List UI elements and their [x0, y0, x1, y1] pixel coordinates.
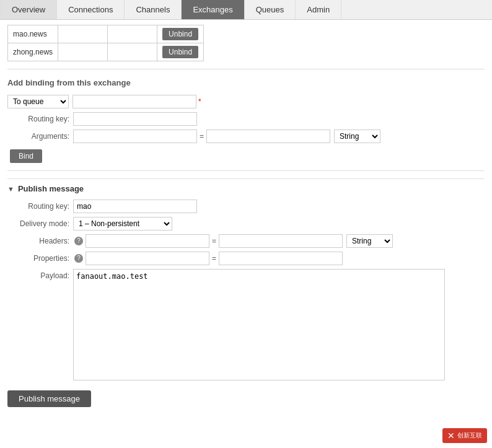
properties-row: Properties: ? = [7, 252, 485, 265]
binding-col3 [108, 25, 157, 43]
binding-queue-name: mao.news [8, 25, 58, 43]
eq-sign-1: = [200, 132, 204, 141]
table-row: zhong.newsUnbind [8, 43, 204, 61]
eq-sign-3: = [212, 254, 216, 263]
to-queue-row: To queue To exchange * [7, 95, 485, 108]
bindings-table: mao.newsUnbindzhong.newsUnbind [7, 25, 204, 61]
payload-textarea[interactable]: fanaout.mao.test [73, 269, 445, 380]
arguments-type-select[interactable]: String Number Boolean [334, 130, 380, 143]
delivery-mode-select[interactable]: 1 – Non-persistent 2 – Persistent [73, 217, 172, 231]
headers-label: Headers: [7, 237, 69, 245]
headers-help-icon[interactable]: ? [74, 237, 83, 245]
unbind-button[interactable]: Unbind [162, 46, 198, 58]
routing-key-label: Routing key: [7, 115, 69, 123]
watermark-label: 创新互联 [457, 431, 482, 440]
arguments-key-input[interactable] [73, 130, 197, 143]
divider-1 [7, 69, 485, 69]
headers-key-input[interactable] [86, 234, 209, 248]
main-content: mao.newsUnbindzhong.newsUnbind Add bindi… [0, 25, 492, 413]
headers-row: Headers: ? = String Number Boolean [7, 234, 485, 248]
binding-col2 [58, 43, 108, 61]
to-queue-input[interactable] [72, 95, 196, 108]
bind-button[interactable]: Bind [10, 149, 42, 163]
add-binding-title: Add binding from this exchange [7, 78, 485, 90]
nav-exchanges[interactable]: Exchanges [182, 0, 244, 19]
headers-type-select[interactable]: String Number Boolean [346, 234, 393, 248]
delivery-mode-label: Delivery mode: [7, 219, 69, 228]
publish-section-title: Publish message [18, 184, 84, 193]
watermark: ✕ 创新互联 [442, 428, 487, 443]
nav-overview[interactable]: Overview [0, 0, 57, 19]
top-nav: Overview Connections Channels Exchanges … [0, 0, 492, 20]
collapse-arrow-icon[interactable]: ▼ [7, 185, 14, 193]
routing-key-row: Routing key: [7, 112, 485, 126]
delivery-mode-row: Delivery mode: 1 – Non-persistent 2 – Pe… [7, 217, 485, 231]
binding-col3 [108, 43, 157, 61]
publish-section-header: ▼ Publish message [7, 184, 485, 193]
pub-routing-key-row: Routing key: [7, 200, 485, 213]
properties-key-input[interactable] [86, 252, 209, 265]
required-star: * [198, 97, 201, 106]
pub-routing-key-input[interactable] [73, 200, 197, 213]
properties-label: Properties: [7, 254, 69, 263]
properties-val-input[interactable] [219, 252, 343, 265]
nav-connections[interactable]: Connections [57, 0, 125, 19]
eq-sign-2: = [212, 237, 216, 245]
payload-label: Payload: [7, 271, 69, 280]
divider-2 [7, 170, 485, 171]
binding-queue-name: zhong.news [8, 43, 58, 61]
nav-channels[interactable]: Channels [125, 0, 182, 19]
routing-key-input[interactable] [73, 112, 197, 126]
publish-section: ▼ Publish message Routing key: Delivery … [7, 178, 485, 380]
pub-routing-key-label: Routing key: [7, 202, 69, 211]
binding-unbind-cell: Unbind [157, 25, 204, 43]
table-row: mao.newsUnbind [8, 25, 204, 43]
arguments-val-input[interactable] [206, 130, 330, 143]
nav-admin[interactable]: Admin [296, 0, 341, 19]
arguments-row: Arguments: = String Number Boolean [7, 130, 485, 143]
publish-message-button[interactable]: Publish message [7, 390, 91, 407]
headers-val-input[interactable] [219, 234, 343, 248]
binding-col2 [58, 25, 108, 43]
properties-help-icon[interactable]: ? [74, 254, 83, 263]
payload-row: Payload: fanaout.mao.test [7, 269, 485, 380]
arguments-label: Arguments: [7, 132, 69, 141]
binding-unbind-cell: Unbind [157, 43, 204, 61]
watermark-icon: ✕ [447, 431, 455, 441]
unbind-button[interactable]: Unbind [162, 28, 198, 40]
to-queue-select[interactable]: To queue To exchange [7, 95, 69, 108]
nav-queues[interactable]: Queues [245, 0, 296, 19]
